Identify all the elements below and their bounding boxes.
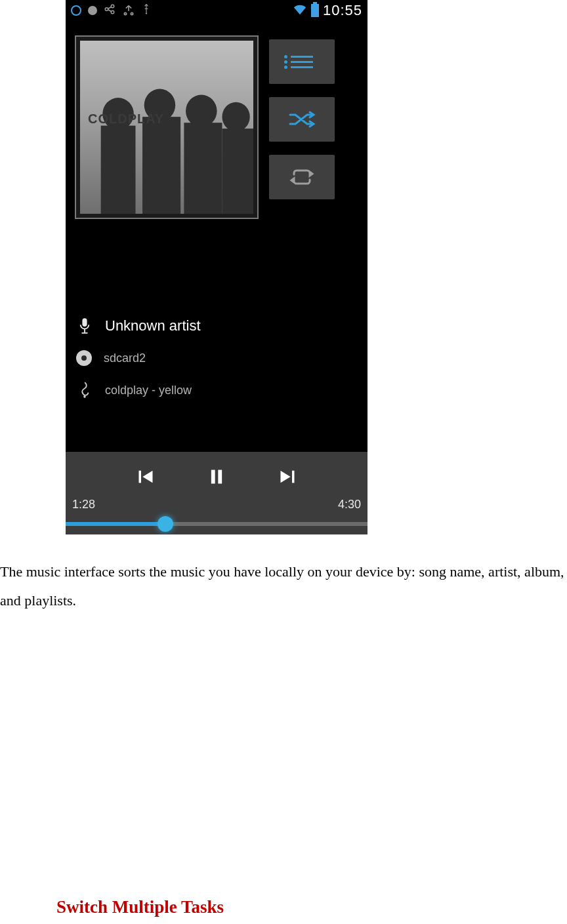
- svg-rect-20: [218, 470, 222, 484]
- mic-icon: [76, 317, 93, 334]
- source-label: sdcard2: [104, 352, 146, 365]
- battery-icon: [311, 4, 319, 17]
- wifi-icon: [293, 3, 307, 18]
- repeat-button[interactable]: [269, 155, 335, 199]
- svg-rect-7: [101, 126, 136, 214]
- source-row[interactable]: sdcard2: [76, 350, 357, 366]
- side-buttons: [269, 39, 335, 199]
- track-row[interactable]: coldplay - yellow: [76, 382, 357, 399]
- status-left-group: [71, 3, 151, 18]
- svg-rect-16: [82, 332, 88, 334]
- now-playing-top-row: COLDPLAY: [66, 21, 368, 219]
- svg-point-12: [222, 102, 249, 132]
- seek-fill: [66, 522, 165, 526]
- disc-icon: [76, 350, 92, 366]
- svg-rect-11: [184, 123, 222, 214]
- next-track-button[interactable]: [278, 468, 297, 486]
- track-label: coldplay - yellow: [105, 384, 192, 397]
- artist-row[interactable]: Unknown artist: [76, 317, 357, 334]
- shuffle-icon: [287, 110, 316, 129]
- shuffle-button[interactable]: [269, 97, 335, 142]
- svg-rect-19: [211, 470, 215, 484]
- status-right-group: 10:55: [293, 2, 362, 19]
- pause-button[interactable]: [207, 468, 226, 486]
- playlist-button[interactable]: [269, 39, 335, 84]
- control-buttons: [66, 452, 368, 498]
- track-meta: Unknown artist sdcard2 coldplay - yellow: [66, 317, 368, 399]
- dot-icon: [88, 6, 97, 15]
- share-icon: [122, 4, 135, 17]
- status-clock: 10:55: [323, 2, 362, 19]
- elapsed-time: 1:28: [72, 498, 95, 512]
- seek-knob[interactable]: [158, 516, 173, 532]
- svg-point-3: [124, 12, 126, 14]
- document-heading: Switch Multiple Tasks: [56, 897, 224, 917]
- phone-screenshot: 10:55: [66, 0, 368, 534]
- artist-label: Unknown artist: [105, 317, 201, 334]
- svg-rect-14: [82, 318, 87, 327]
- page: 10:55: [0, 0, 567, 924]
- svg-rect-21: [292, 471, 295, 483]
- album-art[interactable]: COLDPLAY: [75, 35, 259, 219]
- treble-clef-icon: [76, 382, 93, 399]
- svg-point-5: [146, 12, 147, 14]
- svg-rect-13: [222, 129, 253, 214]
- album-art-image: COLDPLAY: [80, 41, 253, 214]
- usb-icon: [142, 3, 151, 18]
- previous-track-button[interactable]: [136, 468, 155, 486]
- svg-point-17: [83, 395, 86, 398]
- list-icon: [291, 56, 313, 68]
- svg-point-10: [186, 95, 217, 127]
- globe-icon: [71, 5, 81, 16]
- playback-controls: 1:28 4:30: [66, 452, 368, 534]
- sync-icon: [104, 3, 116, 18]
- svg-rect-18: [139, 471, 142, 483]
- svg-point-0: [105, 7, 108, 10]
- album-band-silhouette: [80, 67, 253, 214]
- document-paragraph: The music interface sorts the music you …: [0, 557, 567, 615]
- svg-rect-9: [142, 117, 180, 214]
- seek-bar[interactable]: [66, 512, 368, 538]
- album-title-text: COLDPLAY: [88, 111, 164, 127]
- svg-point-4: [131, 12, 133, 14]
- repeat-icon: [289, 168, 315, 186]
- time-row: 1:28 4:30: [66, 498, 368, 512]
- status-bar: 10:55: [66, 0, 368, 21]
- svg-rect-15: [84, 329, 85, 332]
- total-time: 4:30: [338, 498, 361, 512]
